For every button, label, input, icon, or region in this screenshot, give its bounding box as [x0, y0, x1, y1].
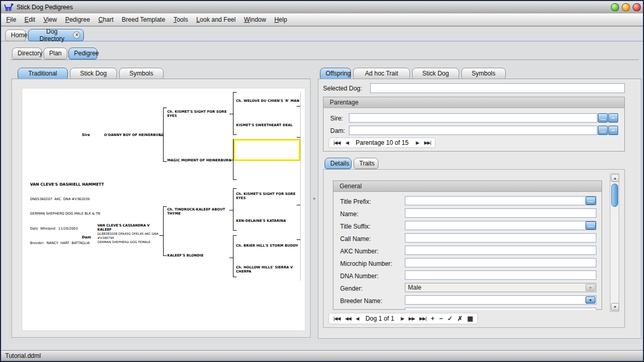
menu-tools[interactable]: Tools [173, 16, 188, 23]
menu-look-and-feel[interactable]: Look and Feel [196, 16, 236, 23]
subject-registration: DN05360207 AKC DNA #V362039 [30, 197, 104, 202]
tab-symbols-chart-right[interactable]: Symbols Chart [461, 68, 506, 80]
selected-dog-field[interactable] [370, 83, 625, 93]
tab-directory[interactable]: Directory [12, 48, 42, 59]
menu-window[interactable]: Window [244, 16, 266, 23]
tab-stick-dog-chart-right[interactable]: Stick Dog Chart [412, 68, 459, 80]
selected-empty-ancestor-cell[interactable] [234, 140, 300, 160]
tab-home-label: Home [11, 32, 27, 39]
tab-pedigree[interactable]: Pedigree [68, 48, 97, 59]
chart-node-sire-sire[interactable]: Ch. KISMET'S SIGHT FOR SORE EYES [167, 110, 232, 118]
tab-home[interactable]: Home [5, 29, 26, 41]
gender-combo[interactable]: Male ▼ [405, 283, 596, 292]
parentage-next-icon[interactable]: ▶ [416, 140, 419, 145]
commit-record-icon[interactable]: ✓ [447, 315, 452, 322]
close-icon[interactable]: ✕ [73, 32, 80, 39]
app-dog-icon [4, 3, 13, 12]
tab-details[interactable]: Details [325, 158, 352, 169]
grid-view-icon[interactable]: ▦ [467, 315, 473, 322]
clipped-next-field [405, 308, 596, 310]
parentage-header: Parentage [324, 97, 624, 108]
chart-node-sire[interactable]: O'DANNY BOY OF HEINERBURG [104, 133, 164, 137]
tab-adhoc-trait-profile[interactable]: Ad hoc Trait Profile [353, 68, 410, 80]
chart-node-sire-dam[interactable]: MAGIC MOMENT OF HEINERBURG [167, 158, 232, 162]
dna-number-field[interactable] [405, 270, 596, 280]
add-record-icon[interactable]: + [431, 315, 434, 322]
title-prefix-field[interactable] [405, 196, 596, 205]
chart-node-dam-dam-dam[interactable]: Ch. HOLLOW HILLS' SIERRA V CHERPA [236, 265, 301, 274]
chart-node-sire-sire-sire[interactable]: Ch. WELOVE DU CHIEN'S 'R' MAN [236, 99, 301, 103]
parentage-first-icon[interactable]: |◀◀ [333, 140, 340, 145]
menu-chart[interactable]: Chart [98, 16, 113, 23]
tab-traits[interactable]: Traits [354, 158, 378, 169]
menu-help[interactable]: Help [274, 16, 287, 23]
name-field[interactable] [405, 208, 596, 218]
sire-field[interactable] [349, 113, 597, 123]
dam-bracket [163, 206, 167, 256]
gender-value: Male [408, 284, 421, 291]
chart-node-dam-sire[interactable]: Ch. TINDROCK-KALEEF ABOUT THYME [167, 207, 232, 216]
minimize-button[interactable] [611, 3, 619, 11]
sire-remove-button[interactable]: − [608, 113, 618, 123]
title-prefix-lookup-button[interactable]: … [586, 197, 596, 205]
menu-breed-template[interactable]: Breed Template [122, 16, 165, 23]
scrollbar-thumb[interactable] [611, 184, 618, 207]
tab-plan[interactable]: Plan [43, 48, 67, 59]
dog-fast-forward-icon[interactable]: ▶▶ [408, 316, 415, 321]
dna-number-label: DNA Number: [340, 273, 378, 280]
details-scrollbar[interactable]: ▲ ▼ [610, 173, 619, 312]
title-suffix-field[interactable] [405, 221, 596, 230]
parentage-previous-icon[interactable]: ◀ [345, 140, 348, 145]
chart-node-dam-dam[interactable]: KALEEF'S BLONDIE [167, 253, 232, 258]
call-name-field[interactable] [405, 233, 596, 243]
menu-file[interactable]: File [6, 16, 16, 23]
dog-next-icon[interactable]: ▶ [401, 316, 404, 321]
chart-node-sire-sire-dam[interactable]: KISMET'S SWEETHEART DEAL [236, 123, 301, 127]
parentage-navigator: |◀◀ ◀ Parentage 10 of 15 ▶ ▶▶| [329, 138, 435, 148]
microchip-number-field[interactable] [405, 258, 596, 267]
chart-edge-tick [297, 137, 300, 138]
subject-info-block[interactable]: VAN CLEVE'S DASHIELL HAMMETT DN05360207 … [30, 172, 104, 256]
delete-record-icon[interactable]: − [439, 315, 443, 322]
dam-lookup-button[interactable]: … [598, 126, 608, 135]
menu-edit[interactable]: Edit [24, 16, 35, 23]
tab-stick-dog-chart-left[interactable]: Stick Dog Chart [70, 68, 117, 80]
chart-node-dam-sire-dam[interactable]: KEN-DELAINE'S KATARINA [236, 219, 301, 223]
chart-node-dam[interactable]: VAN CLEVE'S CASSANDRA V KALEEF DL8838320… [97, 223, 164, 244]
scroll-up-icon[interactable]: ▲ [611, 174, 619, 182]
tab-traditional-chart[interactable]: Traditional Chart [18, 68, 68, 80]
breeder-name-combo[interactable]: ▼ [405, 295, 596, 305]
menu-pedigree[interactable]: Pedigree [65, 16, 90, 23]
maximize-button[interactable] [622, 3, 630, 11]
title-bar: Stick Dog Pedigrees [1, 1, 643, 13]
microchip-number-label: Microchip Number: [340, 260, 392, 267]
gender-label: Gender: [340, 285, 362, 292]
dog-fast-back-icon[interactable]: ◀◀ [345, 316, 351, 321]
menu-view[interactable]: View [43, 16, 57, 23]
parentage-last-icon[interactable]: ▶▶| [424, 140, 431, 145]
dog-first-icon[interactable]: |◀◀ [333, 316, 340, 321]
sire-field-label: Sire: [330, 115, 343, 122]
dog-last-icon[interactable]: ▶▶| [419, 316, 426, 321]
sire-lookup-button[interactable]: … [598, 113, 608, 123]
subject-name: VAN CLEVE'S DASHIELL HAMMETT [30, 182, 104, 187]
close-button[interactable] [633, 3, 641, 11]
tab-offspring[interactable]: Offspring [320, 68, 351, 80]
chart-node-dam-sire-sire[interactable]: Ch. KISMET'S SIGHT FOR SORE EYES [236, 192, 301, 200]
panel-splitter[interactable] [312, 79, 317, 338]
akc-number-field[interactable] [405, 246, 596, 255]
title-suffix-label: Title Suffix: [340, 223, 371, 230]
tab-symbols-chart-left[interactable]: Symbols Chart [119, 68, 164, 80]
chevron-down-icon[interactable]: ▼ [586, 296, 595, 304]
dam-remove-button[interactable]: − [608, 126, 618, 135]
scroll-down-icon[interactable]: ▼ [611, 303, 619, 311]
chevron-down-icon: ▼ [586, 284, 595, 291]
tab-dog-directory[interactable]: Dog Directory ✕ [28, 29, 84, 41]
dam-field[interactable] [349, 126, 597, 135]
chart-node-dam-dam-sire[interactable]: Ch. BRIER HILL'S STORM BUDDY [236, 244, 301, 248]
title-suffix-lookup-button[interactable]: … [586, 221, 596, 230]
call-name-label: Call Name: [340, 235, 371, 243]
status-file-name: Tutorial.ddml [5, 352, 41, 359]
dog-previous-icon[interactable]: ◀ [356, 316, 359, 321]
cancel-record-icon[interactable]: ✗ [457, 315, 462, 322]
